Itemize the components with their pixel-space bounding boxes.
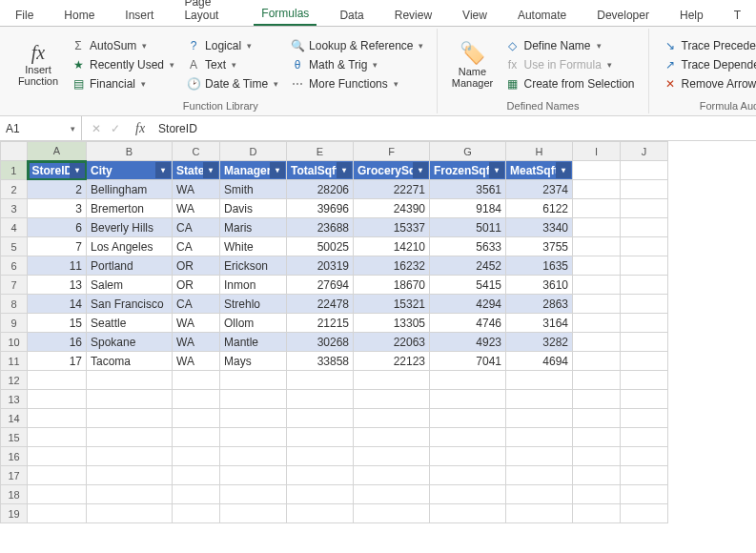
cell[interactable]: White xyxy=(220,237,287,256)
cell[interactable] xyxy=(506,409,573,428)
cell[interactable] xyxy=(173,428,220,447)
tab-help[interactable]: Help xyxy=(672,5,711,26)
tab-t[interactable]: T xyxy=(726,5,748,26)
table-header-meatsqft[interactable]: MeatSqft▾ xyxy=(506,161,573,180)
cell[interactable]: 17 xyxy=(28,352,87,371)
cell[interactable] xyxy=(173,485,220,504)
cell[interactable]: 39696 xyxy=(287,199,354,218)
text-button[interactable]: AText▾ xyxy=(184,56,280,73)
row-header[interactable]: 2 xyxy=(1,180,28,199)
table-header-city[interactable]: City▾ xyxy=(87,161,173,180)
row-header[interactable]: 3 xyxy=(1,199,28,218)
trace-dependents-button[interactable]: ↗Trace Dependents xyxy=(661,56,756,73)
cell[interactable] xyxy=(287,428,354,447)
tab-review[interactable]: Review xyxy=(387,5,439,26)
tab-insert[interactable]: Insert xyxy=(117,5,161,26)
recently-used-button[interactable]: ★Recently Used▾ xyxy=(69,56,176,73)
cell[interactable] xyxy=(173,371,220,390)
cell[interactable]: 2374 xyxy=(506,180,573,199)
cell[interactable] xyxy=(354,504,430,523)
cell[interactable]: 3 xyxy=(28,199,87,218)
row-header[interactable]: 14 xyxy=(1,409,28,428)
name-manager-button[interactable]: 🏷️ Name Manager xyxy=(445,31,499,98)
cell[interactable]: WA xyxy=(173,199,220,218)
financial-button[interactable]: ▤Financial▾ xyxy=(69,75,176,92)
col-header-H[interactable]: H xyxy=(506,142,573,161)
cell[interactable] xyxy=(287,485,354,504)
tab-home[interactable]: Home xyxy=(56,5,102,26)
cell[interactable]: 15 xyxy=(28,314,87,333)
cell[interactable]: 6122 xyxy=(506,199,573,218)
cell[interactable]: Tacoma xyxy=(87,352,173,371)
cell[interactable] xyxy=(573,256,621,276)
cancel-icon[interactable]: ✕ xyxy=(92,122,101,135)
cell[interactable]: 18670 xyxy=(354,276,430,295)
cell[interactable] xyxy=(28,485,87,504)
filter-button[interactable]: ▾ xyxy=(337,162,352,178)
cell[interactable]: CA xyxy=(173,237,220,256)
filter-button[interactable]: ▾ xyxy=(489,162,504,178)
cell[interactable]: 7041 xyxy=(430,352,506,371)
table-header-manager[interactable]: Manager▾ xyxy=(220,161,287,180)
filter-button[interactable]: ▾ xyxy=(155,162,171,178)
cell[interactable]: Maris xyxy=(220,218,287,237)
cell[interactable] xyxy=(430,409,506,428)
cell[interactable] xyxy=(430,504,506,523)
cell[interactable] xyxy=(621,485,668,504)
table-header-grocerysqft[interactable]: GrocerySqft▾ xyxy=(354,161,430,180)
cell[interactable]: CA xyxy=(173,218,220,237)
cell[interactable]: 28206 xyxy=(287,180,354,199)
cell[interactable] xyxy=(573,447,621,466)
fx-icon[interactable]: fx xyxy=(130,121,151,136)
cell[interactable]: 9184 xyxy=(430,199,506,218)
cell[interactable]: Mays xyxy=(220,352,287,371)
col-header-D[interactable]: D xyxy=(220,142,287,161)
spreadsheet-grid[interactable]: ABCDEFGHIJ1StoreID▾City▾State▾Manager▾To… xyxy=(0,141,756,553)
filter-button[interactable]: ▾ xyxy=(556,162,571,178)
cell[interactable]: 22063 xyxy=(354,333,430,352)
cell[interactable]: 5633 xyxy=(430,237,506,256)
cell[interactable] xyxy=(506,390,573,409)
row-header[interactable]: 6 xyxy=(1,256,28,276)
logical-button[interactable]: ?Logical▾ xyxy=(184,37,280,54)
cell[interactable]: 13305 xyxy=(354,314,430,333)
select-all-corner[interactable] xyxy=(1,142,28,161)
cell[interactable] xyxy=(28,466,87,485)
cell[interactable]: Los Angeles xyxy=(87,237,173,256)
row-header[interactable]: 8 xyxy=(1,295,28,314)
cell[interactable] xyxy=(173,409,220,428)
cell[interactable] xyxy=(87,466,173,485)
cell[interactable] xyxy=(573,199,621,218)
cell[interactable]: 5415 xyxy=(430,276,506,295)
cell[interactable] xyxy=(621,256,668,276)
cell[interactable] xyxy=(354,409,430,428)
cell[interactable]: 4746 xyxy=(430,314,506,333)
cell[interactable] xyxy=(573,428,621,447)
cell[interactable] xyxy=(87,504,173,523)
cell[interactable] xyxy=(287,447,354,466)
cell[interactable]: Ollom xyxy=(220,314,287,333)
cell[interactable] xyxy=(621,371,668,390)
cell[interactable]: Strehlo xyxy=(220,295,287,314)
cell[interactable] xyxy=(220,409,287,428)
cell[interactable]: OR xyxy=(173,276,220,295)
cell[interactable]: Salem xyxy=(87,276,173,295)
insert-function-button[interactable]: fx Insert Function xyxy=(11,31,65,98)
cell[interactable] xyxy=(621,161,668,180)
cell[interactable]: 15337 xyxy=(354,218,430,237)
cell[interactable]: 27694 xyxy=(287,276,354,295)
cell[interactable]: 20319 xyxy=(287,256,354,276)
row-header[interactable]: 10 xyxy=(1,333,28,352)
cell[interactable] xyxy=(173,390,220,409)
col-header-G[interactable]: G xyxy=(430,142,506,161)
autosum-button[interactable]: ΣAutoSum▾ xyxy=(69,37,176,54)
row-header[interactable]: 11 xyxy=(1,352,28,371)
cell[interactable]: WA xyxy=(173,333,220,352)
more-functions-button[interactable]: ⋯More Functions▾ xyxy=(288,75,425,92)
cell[interactable] xyxy=(573,466,621,485)
row-header[interactable]: 9 xyxy=(1,314,28,333)
cell[interactable]: Seattle xyxy=(87,314,173,333)
col-header-E[interactable]: E xyxy=(287,142,354,161)
cell[interactable]: 3610 xyxy=(506,276,573,295)
cell[interactable]: 14210 xyxy=(354,237,430,256)
